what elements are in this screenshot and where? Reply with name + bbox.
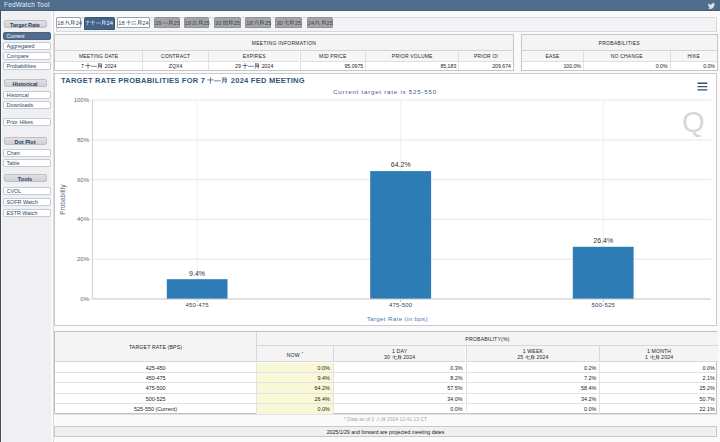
svg-text:475-500: 475-500 xyxy=(389,301,413,307)
svg-text:80%: 80% xyxy=(77,136,90,142)
svg-text:40%: 40% xyxy=(77,216,90,222)
svg-text:64.2%: 64.2% xyxy=(391,161,411,168)
svg-text:0%: 0% xyxy=(80,295,89,301)
svg-text:Target Rate (in bps): Target Rate (in bps) xyxy=(367,314,428,321)
svg-text:9.4%: 9.4% xyxy=(189,269,205,276)
svg-text:500-525: 500-525 xyxy=(592,301,616,307)
svg-text:26.4%: 26.4% xyxy=(593,237,613,244)
svg-text:100%: 100% xyxy=(74,97,90,103)
svg-text:Q: Q xyxy=(682,105,705,137)
svg-text:450-475: 450-475 xyxy=(185,301,209,307)
svg-text:20%: 20% xyxy=(77,256,90,262)
svg-text:60%: 60% xyxy=(77,176,90,182)
svg-text:Probability: Probability xyxy=(59,183,67,214)
